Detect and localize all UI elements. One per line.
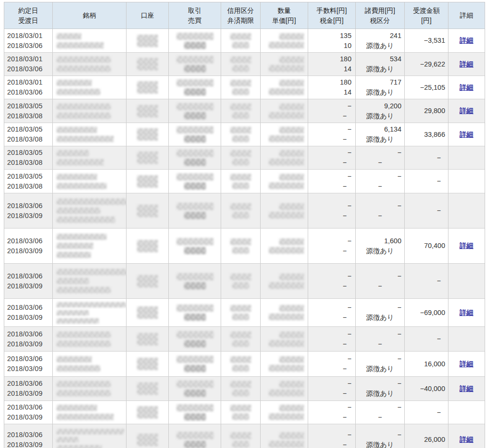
quantity-price-cell [261,193,308,228]
tax-value: − [343,313,351,323]
redacted-unit-price [269,365,304,372]
tax-class: − [356,211,404,221]
redacted-quantity [279,432,304,439]
redacted-margin-category [230,305,251,312]
date-cell: 2018/03/06 2018/03/09 [4,229,53,263]
redacted-quantity [279,356,304,363]
redacted-repayment-deadline [232,212,249,219]
fee-tax-cell: − − [308,229,356,263]
trade-date: 2018/03/01 [7,54,43,64]
header-line1: 諸費用[円] [356,6,404,16]
settlement-date: 2018/03/06 [7,64,43,74]
redacted-account [137,81,158,94]
redacted-margin-category [230,80,251,86]
header-line1: 約定日 [4,6,52,16]
redacted-unit-price [269,413,304,420]
redacted-stock-name [57,66,111,72]
redacted-stock-name [57,445,102,448]
column-header: 諸費用[円] 税区分 [356,2,405,29]
trade-date: 2018/03/06 [7,329,43,339]
cost-taxclass-cell: − 源徴あり [356,377,405,400]
detail-link[interactable]: 詳細 [460,241,474,250]
redacted-stock-name [57,199,127,205]
fee-tax-cell: − − [308,327,356,351]
tax-value: − [343,389,351,399]
settlement-amount-cell: − [405,170,448,193]
account-cell [127,53,169,76]
detail-link[interactable]: 詳細 [460,36,474,45]
stock-name-cell [53,123,127,146]
detail-link[interactable]: 詳細 [460,83,474,92]
redacted-account [137,275,158,287]
detail-link[interactable]: 詳細 [460,60,474,69]
fee-value: − [348,303,351,313]
redacted-trade-type [176,173,214,181]
fee-tax-cell: − − [308,377,356,400]
redacted-unit-price [269,65,304,72]
redacted-buy-sell [184,340,206,347]
trade-date: 2018/03/01 [7,31,43,41]
tax-class: 源徴あり [356,313,404,323]
quantity-price-cell [261,29,308,52]
redacted-repayment-deadline [232,65,249,72]
trade-date: 2018/03/05 [7,172,43,181]
trade-type-cell [169,229,221,263]
date-cell: 2018/03/06 2018/03/09 [4,327,53,351]
trade-type-cell [169,123,221,146]
tax-value: 14 [344,87,351,97]
table-row: 2018/03/06 2018/03/09 − − − − − [4,401,485,424]
account-cell [127,264,169,298]
tax-value: − [343,339,351,349]
settlement-date: 2018/03/09 [7,281,43,291]
settlement-date: 2018/03/09 [7,364,43,374]
redacted-repayment-deadline [232,182,249,189]
detail-cell: 詳細 [448,76,485,99]
fee-value: 180 [340,77,351,87]
table-row: 2018/03/06 2018/03/09 − − − − − [4,264,485,299]
trade-type-cell [169,53,221,76]
tax-value: − [343,181,351,191]
trade-date: 2018/03/05 [7,148,43,158]
trade-date: 2018/03/01 [7,77,43,87]
detail-link[interactable]: 詳細 [460,435,474,444]
stock-name-cell [53,193,127,228]
tax-value: − [343,246,351,256]
tax-class: 源徴あり [356,389,404,399]
header-line1: 詳細 [448,10,485,20]
stock-name-cell [53,229,127,263]
stock-name-cell [53,170,127,193]
redacted-stock-name [57,356,92,362]
margin-category-cell [221,352,261,376]
detail-cell: 詳細 [448,377,485,400]
table-row: 2018/03/01 2018/03/06 180 14 717 源徴あり −2 [4,76,485,99]
margin-category-cell [221,29,261,52]
margin-category-cell [221,299,261,326]
detail-link[interactable]: 詳細 [460,384,474,393]
redacted-unit-price [269,282,304,289]
redacted-buy-sell [184,135,206,143]
stock-name-cell [53,53,127,76]
settlement-date: 2018/03/09 [7,440,43,448]
table-body: 2018/03/01 2018/03/06 135 10 241 源徴あり −3 [4,29,485,448]
margin-category-cell [221,76,261,99]
trade-date: 2018/03/06 [7,303,43,313]
settlement-amount-cell: 26,000 [405,424,448,448]
fee-tax-cell: − − [308,352,356,376]
redacted-quantity [279,274,304,280]
redacted-stock-name [57,381,111,387]
trade-type-cell [169,76,221,99]
quantity-price-cell [261,170,308,193]
fee-value: 180 [340,54,351,64]
detail-link[interactable]: 詳細 [460,130,474,139]
detail-link[interactable]: 詳細 [460,106,474,115]
cost-value: 241 [356,31,404,41]
detail-link[interactable]: 詳細 [460,308,474,317]
trade-date: 2018/03/06 [7,354,43,364]
detail-link[interactable]: 詳細 [460,360,474,369]
redacted-quantity [279,381,304,388]
margin-category-cell [221,146,261,169]
trade-date: 2018/03/06 [7,402,43,412]
redacted-buy-sell [184,212,206,219]
redacted-account [137,306,158,319]
quantity-price-cell [261,99,308,123]
